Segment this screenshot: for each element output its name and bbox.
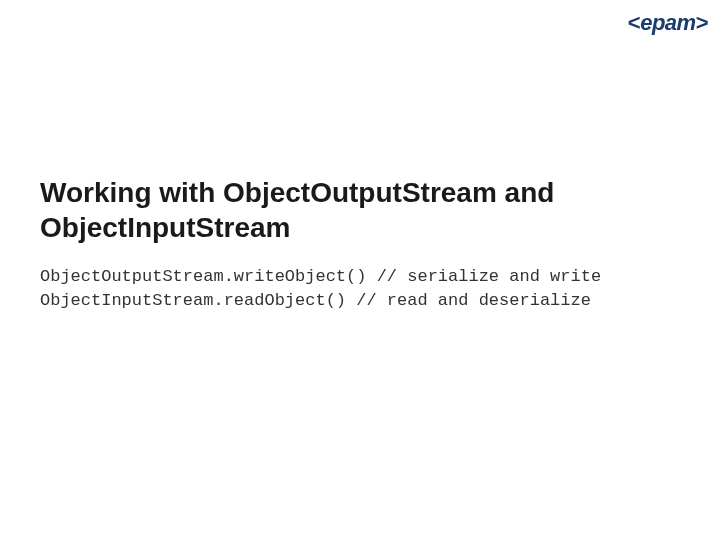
slide-title: Working with ObjectOutputStream and Obje… xyxy=(40,175,680,245)
logo-text: epam xyxy=(640,10,695,35)
slide-content: Working with ObjectOutputStream and Obje… xyxy=(40,175,680,313)
code-line: ObjectOutputStream.writeObject() // seri… xyxy=(40,267,601,286)
brand-logo: <epam> xyxy=(628,10,708,36)
code-line: ObjectInputStream.readObject() // read a… xyxy=(40,291,591,310)
code-block: ObjectOutputStream.writeObject() // seri… xyxy=(40,265,680,313)
